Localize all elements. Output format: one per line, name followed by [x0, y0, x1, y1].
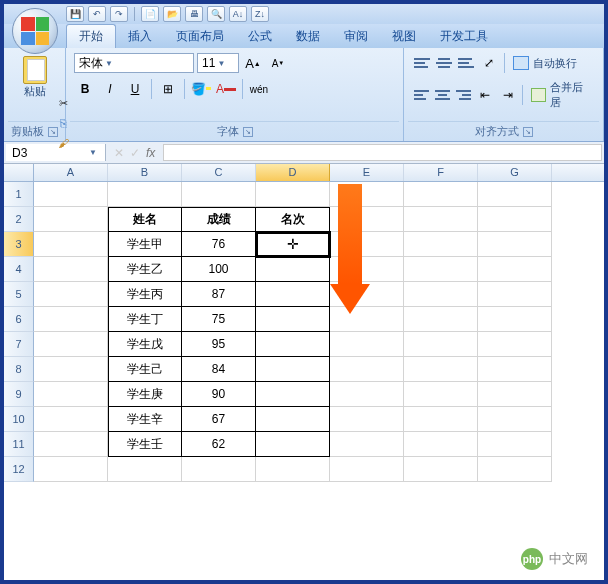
cell[interactable] [34, 332, 108, 357]
font-launcher[interactable]: ↘ [243, 127, 253, 137]
cell[interactable] [404, 207, 478, 232]
cell[interactable] [478, 432, 552, 457]
wrap-text-button[interactable]: 自动换行 [509, 54, 581, 73]
col-header-d[interactable]: D [256, 164, 330, 181]
grow-font-button[interactable]: A▲ [242, 52, 264, 74]
cell[interactable] [330, 382, 404, 407]
cell[interactable] [108, 457, 182, 482]
cell[interactable] [34, 407, 108, 432]
cell[interactable] [34, 357, 108, 382]
cell[interactable]: 75 [182, 307, 256, 332]
cell[interactable] [404, 332, 478, 357]
row-header[interactable]: 3 [4, 232, 34, 257]
paste-button[interactable]: 粘贴 [15, 52, 55, 102]
row-header[interactable]: 2 [4, 207, 34, 232]
cell[interactable]: 姓名 [108, 207, 182, 232]
fill-color-button[interactable]: 🪣 [190, 78, 212, 100]
cell[interactable]: 学生辛 [108, 407, 182, 432]
cell[interactable] [330, 457, 404, 482]
qat-sort-button[interactable]: A↓ [229, 6, 247, 22]
cell[interactable] [404, 257, 478, 282]
cell[interactable]: 90 [182, 382, 256, 407]
cell[interactable] [34, 432, 108, 457]
tab-layout[interactable]: 页面布局 [164, 25, 236, 48]
cell[interactable] [330, 182, 404, 207]
cell[interactable]: 学生戊 [108, 332, 182, 357]
cell[interactable] [404, 432, 478, 457]
merge-center-button[interactable]: 合并后居 [527, 78, 595, 112]
cell[interactable] [330, 207, 404, 232]
cell[interactable] [256, 257, 330, 282]
cell[interactable] [478, 257, 552, 282]
row-header[interactable]: 9 [4, 382, 34, 407]
increase-indent-button[interactable]: ⇥ [498, 84, 519, 106]
row-header[interactable]: 10 [4, 407, 34, 432]
cell[interactable] [256, 432, 330, 457]
cell[interactable] [256, 282, 330, 307]
formula-bar[interactable] [163, 144, 602, 161]
cell[interactable] [34, 382, 108, 407]
cell[interactable] [478, 382, 552, 407]
cell[interactable] [256, 382, 330, 407]
cell[interactable] [256, 307, 330, 332]
cell[interactable] [330, 257, 404, 282]
format-painter-button[interactable]: 🖌 [54, 134, 72, 152]
cell[interactable]: 学生己 [108, 357, 182, 382]
cell[interactable] [404, 182, 478, 207]
copy-button[interactable]: ⎘ [54, 114, 72, 132]
qat-save-button[interactable]: 💾 [66, 6, 84, 22]
qat-open-button[interactable]: 📂 [163, 6, 181, 22]
shrink-font-button[interactable]: A▼ [267, 52, 289, 74]
enter-formula-icon[interactable]: ✓ [130, 146, 140, 160]
cell[interactable] [182, 457, 256, 482]
cell[interactable] [256, 332, 330, 357]
cell[interactable]: 名次 [256, 207, 330, 232]
cell[interactable] [34, 257, 108, 282]
cell[interactable] [404, 357, 478, 382]
cell[interactable]: 84 [182, 357, 256, 382]
tab-formula[interactable]: 公式 [236, 25, 284, 48]
cell[interactable] [478, 332, 552, 357]
cell[interactable] [182, 182, 256, 207]
qat-print-button[interactable]: 🖶 [185, 6, 203, 22]
cell[interactable] [330, 432, 404, 457]
align-top-button[interactable] [412, 54, 432, 72]
cell[interactable] [478, 457, 552, 482]
row-header[interactable]: 7 [4, 332, 34, 357]
cell[interactable]: 100 [182, 257, 256, 282]
tab-home[interactable]: 开始 [66, 24, 116, 48]
cell[interactable] [330, 407, 404, 432]
cell[interactable] [478, 282, 552, 307]
cell[interactable]: 学生丙 [108, 282, 182, 307]
qat-redo-button[interactable]: ↷ [110, 6, 128, 22]
cell[interactable]: 62 [182, 432, 256, 457]
cell[interactable] [478, 307, 552, 332]
underline-button[interactable]: U [124, 78, 146, 100]
cancel-formula-icon[interactable]: ✕ [114, 146, 124, 160]
cell[interactable]: 87 [182, 282, 256, 307]
row-header[interactable]: 5 [4, 282, 34, 307]
align-right-button[interactable] [454, 86, 473, 104]
cell[interactable] [404, 232, 478, 257]
cell[interactable] [404, 407, 478, 432]
italic-button[interactable]: I [99, 78, 121, 100]
cell[interactable]: 学生丁 [108, 307, 182, 332]
qat-new-button[interactable]: 📄 [141, 6, 159, 22]
cell[interactable] [478, 232, 552, 257]
row-header[interactable]: 4 [4, 257, 34, 282]
font-size-combo[interactable]: 11▼ [197, 53, 239, 73]
cell[interactable] [34, 207, 108, 232]
cell[interactable]: ✛ [256, 232, 330, 257]
cell[interactable] [404, 382, 478, 407]
cell[interactable] [330, 232, 404, 257]
cell[interactable] [34, 307, 108, 332]
cell[interactable] [404, 282, 478, 307]
cell[interactable]: 学生甲 [108, 232, 182, 257]
row-header[interactable]: 12 [4, 457, 34, 482]
cell[interactable] [256, 407, 330, 432]
font-name-combo[interactable]: 宋体▼ [74, 53, 194, 73]
col-header-g[interactable]: G [478, 164, 552, 181]
cell[interactable]: 成绩 [182, 207, 256, 232]
cell[interactable] [330, 332, 404, 357]
qat-sort-desc-button[interactable]: Z↓ [251, 6, 269, 22]
